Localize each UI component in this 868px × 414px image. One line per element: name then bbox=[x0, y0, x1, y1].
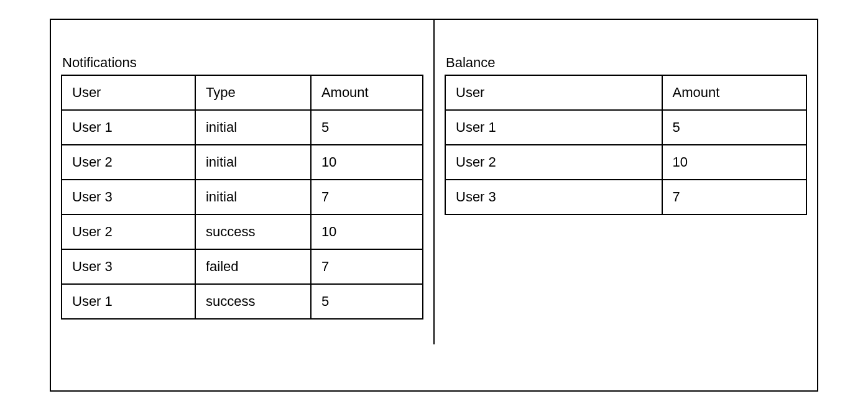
table-row: User 2 success 10 bbox=[62, 214, 423, 249]
cell-user: User 3 bbox=[62, 249, 195, 284]
notifications-table: User Type Amount User 1 initial 5 User 2… bbox=[61, 75, 423, 320]
cell-user: User 1 bbox=[62, 110, 195, 145]
cell-type: initial bbox=[195, 180, 311, 214]
table-header-row: User Type Amount bbox=[62, 75, 423, 110]
cell-user: User 3 bbox=[62, 180, 195, 214]
header-type: Type bbox=[195, 75, 311, 110]
cell-user: User 1 bbox=[62, 284, 195, 319]
cell-user: User 3 bbox=[445, 180, 662, 214]
cell-amount: 10 bbox=[662, 145, 806, 180]
balance-title: Balance bbox=[445, 55, 807, 71]
header-user: User bbox=[445, 75, 662, 110]
header-amount: Amount bbox=[662, 75, 806, 110]
cell-type: initial bbox=[195, 145, 311, 180]
table-row: User 1 5 bbox=[445, 110, 806, 145]
cell-amount: 7 bbox=[311, 249, 423, 284]
table-row: User 1 success 5 bbox=[62, 284, 423, 319]
cell-type: success bbox=[195, 284, 311, 319]
balance-table: User Amount User 1 5 User 2 10 User 3 7 bbox=[445, 75, 807, 215]
table-row: User 3 7 bbox=[445, 180, 806, 214]
cell-user: User 2 bbox=[62, 214, 195, 249]
cell-amount: 10 bbox=[311, 145, 423, 180]
cell-amount: 10 bbox=[311, 214, 423, 249]
cell-amount: 5 bbox=[311, 110, 423, 145]
cell-amount: 7 bbox=[662, 180, 806, 214]
two-panel-container: Notifications User Type Amount User 1 in… bbox=[50, 19, 818, 392]
cell-amount: 7 bbox=[311, 180, 423, 214]
table-row: User 2 initial 10 bbox=[62, 145, 423, 180]
cell-type: success bbox=[195, 214, 311, 249]
cell-type: failed bbox=[195, 249, 311, 284]
header-user: User bbox=[62, 75, 195, 110]
cell-amount: 5 bbox=[662, 110, 806, 145]
header-amount: Amount bbox=[311, 75, 423, 110]
cell-amount: 5 bbox=[311, 284, 423, 319]
balance-panel: Balance User Amount User 1 5 User 2 10 U… bbox=[435, 20, 817, 240]
table-header-row: User Amount bbox=[445, 75, 806, 110]
notifications-panel: Notifications User Type Amount User 1 in… bbox=[51, 20, 435, 344]
cell-type: initial bbox=[195, 110, 311, 145]
cell-user: User 2 bbox=[62, 145, 195, 180]
table-row: User 3 initial 7 bbox=[62, 180, 423, 214]
cell-user: User 2 bbox=[445, 145, 662, 180]
notifications-title: Notifications bbox=[61, 55, 423, 71]
table-row: User 3 failed 7 bbox=[62, 249, 423, 284]
table-row: User 1 initial 5 bbox=[62, 110, 423, 145]
cell-user: User 1 bbox=[445, 110, 662, 145]
table-row: User 2 10 bbox=[445, 145, 806, 180]
